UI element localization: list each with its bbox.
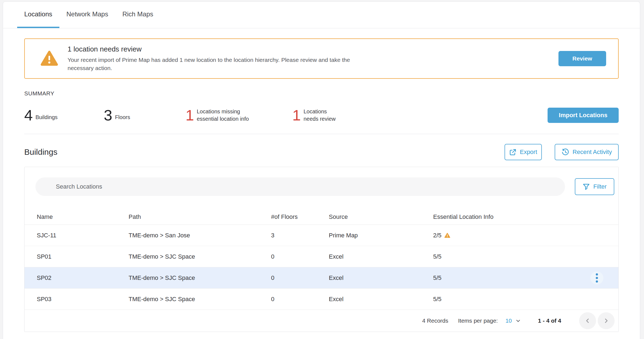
stat-buildings-value: 4 [24,108,33,123]
review-alert-banner: 1 location needs review Your recent impo… [24,38,619,79]
tab-bar: Locations Network Maps Rich Maps [3,2,640,28]
table-row[interactable]: SJC-11 TME-demo > San Jose 3 Prime Map 2… [25,225,618,246]
tab-locations[interactable]: Locations [17,2,59,28]
section-divider [24,134,619,134]
column-header-floors: #of Floors [271,213,329,220]
previous-page-button[interactable] [579,312,596,329]
column-header-path: Path [129,213,271,220]
stat-missing-info-value: 1 [186,108,194,123]
buildings-table-card: Filter Name Path #of Floors Source Essen… [24,167,619,332]
stat-buildings-label: Buildings [35,114,57,123]
stat-floors: 3 Floors [104,108,186,123]
history-clock-icon [561,148,569,156]
stat-floors-value: 3 [104,108,112,123]
column-header-source: Source [329,213,433,220]
next-page-button[interactable] [598,312,615,329]
items-per-page-label: Items per page: [458,317,498,324]
import-locations-button[interactable]: Import Locations [548,108,619,123]
export-icon [509,149,517,156]
table-row[interactable]: SP01 TME-demo > SJC Space 0 Excel 5/5 [25,246,618,267]
column-header-name: Name [25,213,129,220]
page-range: 1 - 4 of 4 [538,317,561,324]
stat-needs-review-label: Locations needs review [303,108,336,123]
search-input[interactable] [35,177,565,196]
chevron-right-icon [603,317,610,324]
filter-label: Filter [593,183,607,190]
export-button[interactable]: Export [505,144,542,160]
summary-stats: 4 Buildings 3 Floors 1 Locations missing… [24,108,619,123]
alert-title: 1 location needs review [68,45,375,53]
summary-label: SUMMARY [24,90,619,97]
pagination-bar: 4 Records Items per page: 10 1 - 4 of 4 [25,310,618,332]
records-count: 4 Records [422,317,448,324]
stat-missing-info: 1 Locations missing essential location i… [186,108,292,123]
recent-activity-button[interactable]: Recent Activity [555,144,619,160]
stat-missing-info-label: Locations missing essential location inf… [197,108,249,123]
table-row-selected[interactable]: SP02 TME-demo > SJC Space 0 Excel 5/5 [25,267,618,289]
table-row[interactable]: SP03 TME-demo > SJC Space 0 Excel 5/5 [25,289,618,310]
main-panel: Locations Network Maps Rich Maps 1 locat… [3,1,640,339]
chevron-left-icon [584,317,591,324]
warning-icon [40,50,58,67]
items-per-page-select[interactable]: 10 [505,317,521,324]
row-actions-kebab-icon[interactable] [590,271,603,284]
column-header-essential-info: Essential Location Info [433,213,618,220]
recent-activity-label: Recent Activity [573,149,612,156]
chevron-down-icon [515,318,521,324]
filter-button[interactable]: Filter [575,178,614,195]
stat-buildings: 4 Buildings [24,108,104,123]
review-button[interactable]: Review [558,51,606,66]
tab-rich-maps[interactable]: Rich Maps [115,2,160,28]
table-header-row: Name Path #of Floors Source Essential Lo… [25,209,618,225]
export-label: Export [520,149,537,156]
alert-body: Your recent import of Prime Map has adde… [68,56,375,72]
filter-funnel-icon [582,183,590,190]
stat-needs-review: 1 Locations needs review [292,108,336,123]
stat-floors-label: Floors [115,114,130,123]
stat-needs-review-value: 1 [292,108,301,123]
buildings-title: Buildings [24,147,57,157]
tab-network-maps[interactable]: Network Maps [59,2,115,28]
warning-icon [444,233,450,238]
